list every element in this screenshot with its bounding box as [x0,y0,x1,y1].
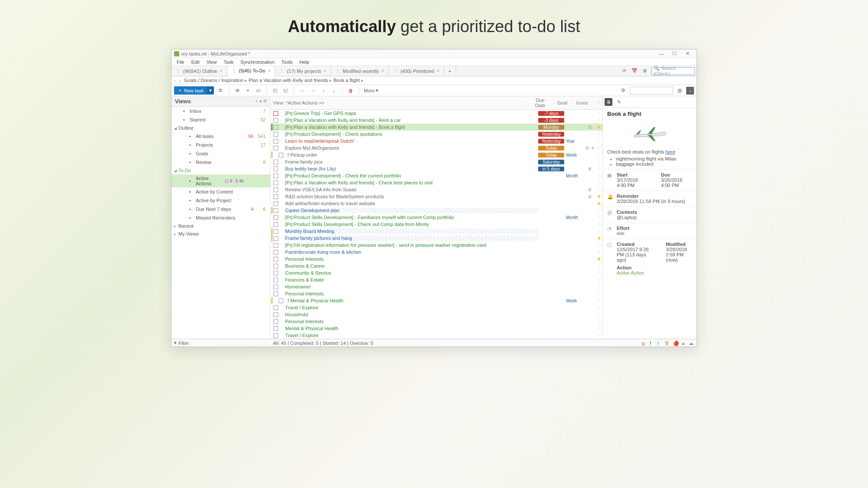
sidebar-item[interactable]: •Inbox7 [171,107,270,115]
tab[interactable]: ⋮(430) Prioritized× [389,66,444,76]
menu-task[interactable]: Task [220,58,237,66]
task-row[interactable]: Household☆ [270,311,602,318]
checkbox[interactable] [273,278,278,282]
tab-close-icon[interactable]: × [220,69,223,73]
facebook-icon[interactable]: f [650,341,655,346]
task-row[interactable]: [Prj:Fill registration information for p… [270,242,602,249]
star-icon[interactable]: ☆ [596,131,602,137]
views-options-icon[interactable]: ⚬ ▾ ⇈ [255,99,266,104]
recent-section[interactable]: ▸Recent [171,222,270,230]
star-icon[interactable]: ☆ [596,117,602,123]
blog-icon[interactable]: B [665,341,671,346]
checkbox[interactable] [273,215,278,220]
star-icon[interactable]: ☆ [596,110,602,116]
myviews-section[interactable]: ▸My Views [171,230,270,238]
task-row[interactable]: Frame family picsSaturday☆ [270,158,602,165]
star-icon[interactable]: ★ [596,193,602,200]
settings-icon[interactable]: ⚙ [641,67,649,75]
task-row[interactable]: Add airline/hotel numbers to travel webs… [270,200,602,207]
sidebar-item[interactable]: •Starred32 [171,115,270,124]
checkbox[interactable] [273,139,278,144]
sidebar-item[interactable]: •Review8 [171,158,270,167]
task-row[interactable]: [Prj:Plan a Vacation with Kelly and frie… [270,179,602,186]
star-icon[interactable]: ☆ [596,159,602,165]
checkbox[interactable] [273,146,278,151]
breadcrumb[interactable]: Goals / Dreams / Inspiration ▸ Plan a Va… [184,78,363,83]
task-row[interactable]: Career Development plan☆ [270,207,602,214]
copy-icon[interactable]: ⧉ [217,87,224,95]
checkbox[interactable] [273,312,278,317]
breadcrumb-item[interactable]: Goals / Dreams / Inspiration [184,78,243,83]
tab-add[interactable]: + [444,66,456,76]
sidebar-item[interactable]: •Missed Reminders [171,213,270,222]
checkbox[interactable] [273,236,278,241]
detail-link[interactable]: here [666,149,675,154]
tab-close-icon[interactable]: × [324,69,326,73]
task-row[interactable]: Learn to read/write/speak Dutch!Yesterda… [270,138,602,144]
delete-icon[interactable]: 🗑 [347,87,355,95]
star-icon[interactable]: ★ [596,256,602,262]
arrow-left-icon[interactable]: ← [299,87,306,95]
star-icon[interactable]: ☆ [596,207,602,213]
tab-close-icon[interactable]: × [437,69,439,73]
task-row[interactable]: Travel / Explore☆ [270,304,602,311]
checkbox[interactable] [273,125,278,130]
checkbox[interactable] [273,194,278,199]
android-icon[interactable]: ▲ [681,341,686,346]
tab[interactable]: ⋮(5|45) To-Do× [227,66,276,76]
checkbox[interactable] [273,201,278,206]
filter-label[interactable]: Filter [178,341,189,346]
sidebar-item[interactable]: •Active by Project [171,196,270,205]
new-task-dropdown-icon[interactable]: ▾ [207,87,214,94]
star-icon[interactable]: ☆ [596,332,602,338]
sidebar-item[interactable]: •Projects17 [171,141,270,149]
checkbox[interactable] [273,250,278,255]
minimize-button[interactable]: — [655,51,668,56]
task-row[interactable]: Travel / Explore☆ [270,332,602,339]
new-task-button[interactable]: ＋ New task▾ [174,86,214,95]
filter-chevron-icon[interactable]: ▾ [174,340,177,346]
nav-back-icon[interactable]: ‹ [174,78,176,83]
star-icon[interactable]: ☆ [596,284,602,290]
focus-icon[interactable]: ⌖ [244,87,252,95]
col-star-icon[interactable]: ☆ [592,100,600,106]
gear-icon[interactable]: ⚙ [619,87,627,95]
checkbox[interactable] [273,167,278,171]
star-icon[interactable]: ☆ [596,311,602,318]
task-row[interactable]: R&D solution blocks for BladeSystem prod… [270,193,602,200]
task-row[interactable]: Finances & Estate☆ [270,276,602,283]
col-goal[interactable]: Goal [553,100,572,105]
checkbox[interactable] [279,153,283,157]
menu-tools[interactable]: Tools [278,58,296,66]
col-due[interactable]: Due Date [526,98,553,108]
checkbox[interactable] [273,118,278,123]
task-row[interactable]: Personal Interests★ [270,255,602,262]
tab-close-icon[interactable]: × [268,69,270,73]
arrow-up-icon[interactable]: ↑ [319,87,327,95]
arrow-right-icon[interactable]: → [309,87,317,95]
checkbox[interactable] [273,111,278,116]
star-icon[interactable]: ☆ [596,298,602,304]
menu-edit[interactable]: Edit [188,58,203,66]
star-icon[interactable]: ☆ [596,318,602,324]
checkbox[interactable] [273,229,278,234]
star-icon[interactable]: ☆ [596,138,602,144]
checkbox[interactable] [273,319,278,324]
apple-icon[interactable]: 🍎 [673,341,678,346]
star-icon[interactable]: ☆ [596,270,602,276]
sync-icon[interactable]: ⟳ [620,67,628,75]
task-row[interactable]: Mental & Physical Health☆ [270,325,602,332]
task-row[interactable]: [Prj:Product Skills Development] - Check… [270,221,602,228]
indent-icon[interactable]: ◱ [282,87,289,95]
sidebar-item[interactable]: •Due Next 7 days46 [171,205,270,213]
calendar-icon[interactable]: 📅 [631,67,638,75]
task-row[interactable]: [Prj:Product Development] - Check quotat… [270,131,602,138]
maximize-button[interactable]: ☐ [668,51,681,56]
star-icon[interactable]: ☆ [596,180,602,186]
star-icon[interactable]: ☆ [596,214,602,220]
tab[interactable]: ⋮Modified recently× [331,66,389,76]
sidebar-item[interactable]: •Active Actions▢ 5Σ 45 [171,174,270,187]
expand-panel-icon[interactable]: › [686,87,694,95]
arrow-down-icon[interactable]: ↓ [330,87,338,95]
checkbox[interactable] [273,243,278,248]
